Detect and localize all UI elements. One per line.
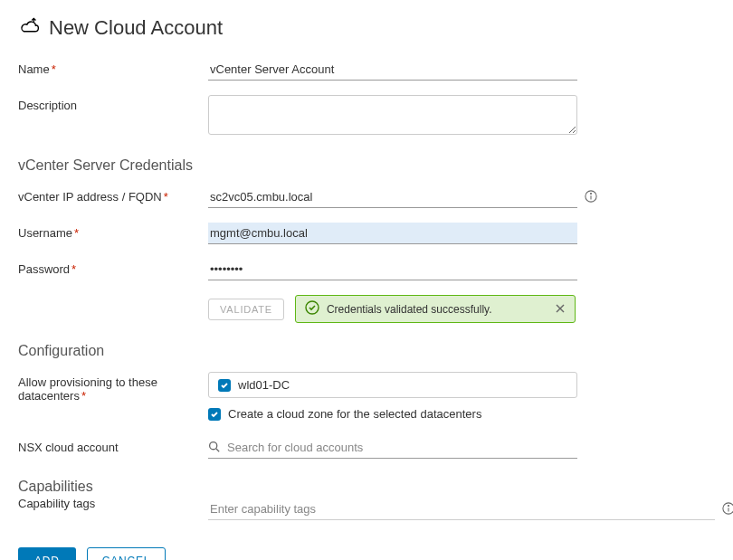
info-icon[interactable]: [585, 190, 597, 205]
page-title: New Cloud Account: [49, 16, 223, 40]
password-input[interactable]: [208, 259, 577, 280]
cloud-sync-icon: [18, 14, 42, 41]
name-input[interactable]: [208, 59, 577, 81]
vcenter-ip-input[interactable]: [208, 186, 577, 208]
capability-tags-label: Capability tags: [18, 493, 208, 510]
footer-buttons: ADD CANCEL: [18, 547, 715, 560]
svg-point-2: [590, 193, 591, 194]
svg-point-6: [210, 441, 217, 449]
datacenters-label: Allow provisioning to these datacenters*: [18, 372, 208, 403]
description-textarea[interactable]: [208, 95, 577, 135]
validate-button[interactable]: VALIDATE: [208, 299, 284, 320]
svg-line-7: [216, 448, 219, 451]
datacenter-name: wld01-DC: [238, 378, 290, 392]
name-label: Name*: [18, 59, 208, 76]
username-input[interactable]: [208, 223, 577, 244]
description-label: Description: [18, 95, 208, 112]
close-icon[interactable]: [555, 302, 566, 317]
svg-point-10: [728, 505, 728, 506]
create-zone-label: Create a cloud zone for the selected dat…: [228, 407, 481, 421]
create-zone-checkbox[interactable]: [208, 408, 221, 421]
search-icon: [208, 441, 220, 455]
nsx-label: NSX cloud account: [18, 437, 208, 454]
check-circle-icon: [305, 300, 319, 318]
info-icon[interactable]: [722, 502, 733, 517]
credentials-heading: vCenter Server Credentials: [18, 157, 715, 174]
capability-tags-input[interactable]: [210, 502, 713, 516]
svg-point-8: [723, 503, 733, 514]
page-header: New Cloud Account: [18, 14, 715, 41]
vcenter-ip-label: vCenter IP address / FQDN*: [18, 186, 208, 204]
validation-success-alert: Credentials validated successfully.: [295, 295, 576, 323]
configuration-heading: Configuration: [18, 343, 715, 359]
password-label: Password*: [18, 259, 208, 276]
nsx-search-input[interactable]: [225, 439, 577, 456]
add-button[interactable]: ADD: [18, 547, 76, 560]
checkbox-checked-icon: [218, 379, 231, 392]
validation-message: Credentials validated successfully.: [327, 303, 492, 316]
datacenter-select[interactable]: wld01-DC: [208, 372, 577, 398]
cancel-button[interactable]: CANCEL: [87, 547, 166, 560]
username-label: Username*: [18, 223, 208, 240]
